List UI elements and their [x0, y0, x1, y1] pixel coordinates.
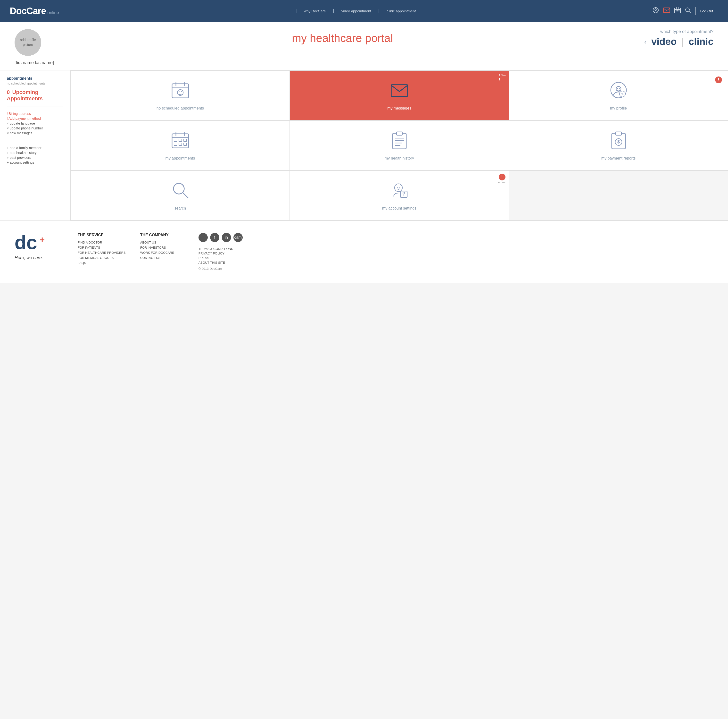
grid-cell-no-scheduled[interactable]: no scheduled appointments	[70, 71, 290, 120]
profile-picture[interactable]: add profile picture	[15, 29, 41, 56]
envelope-icon	[390, 80, 409, 102]
footer-about-us[interactable]: ABOUT US	[140, 241, 184, 244]
svg-rect-37	[396, 132, 402, 135]
search-header-icon[interactable]	[685, 7, 691, 15]
messages-badge: ! 1 New	[499, 74, 506, 77]
svg-text:$: $	[617, 140, 619, 144]
svg-point-50	[399, 187, 400, 188]
footer-investors[interactable]: FOR INVESTORS	[140, 246, 184, 249]
svg-rect-32	[184, 139, 187, 141]
profile-icon[interactable]	[653, 7, 659, 15]
svg-rect-26	[172, 134, 188, 148]
video-appt-button[interactable]: video	[651, 36, 676, 47]
account-settings[interactable]: account settings	[7, 161, 63, 164]
privacy-link[interactable]: PRIVACY POLICY	[199, 251, 247, 255]
search-big-icon	[171, 181, 190, 202]
add-health-history[interactable]: add health history	[7, 151, 63, 155]
grid-cell-payment[interactable]: $ my payment reports	[509, 120, 728, 170]
footer-service: THE SERVICE FIND A DOCTOR FOR PATIENTS F…	[78, 233, 126, 266]
svg-rect-30	[174, 139, 177, 141]
social-icons: T f in cam	[199, 233, 247, 242]
svg-rect-8	[677, 11, 678, 11]
account-badge-text: update	[498, 181, 506, 184]
grid-cell-search[interactable]: search	[70, 170, 290, 221]
svg-point-1	[655, 9, 657, 11]
footer-plus: +	[40, 235, 44, 245]
appointment-type-section: which type of appointment? ‹ video | cli…	[631, 29, 713, 47]
about-site-link[interactable]: ABOUT THIS SITE	[199, 261, 247, 264]
terms-link[interactable]: TERMS & CONDITIONS	[199, 247, 247, 251]
footer-faqs[interactable]: FAQS	[78, 261, 126, 265]
health-clipboard-icon	[390, 130, 409, 152]
sidebar-upcoming: 0 Upcoming Appointments	[7, 89, 63, 102]
page-title: my healthcare portal	[54, 32, 631, 45]
logo-online: online	[47, 10, 59, 15]
add-payment-link[interactable]: Add payment method	[7, 117, 63, 120]
hero-section: add profile picture [firstname lastname]…	[0, 22, 728, 71]
profile-section: add profile picture [firstname lastname]	[15, 29, 54, 65]
svg-point-49	[397, 187, 398, 188]
account-badge: ! update	[498, 173, 506, 184]
new-messages-item[interactable]: new messages	[7, 131, 63, 135]
nav-video-appointment[interactable]: video appointment	[341, 9, 371, 13]
messages-label: my messages	[387, 106, 411, 110]
instagram-icon[interactable]: cam	[234, 233, 243, 242]
grid-cell-messages[interactable]: ! 1 New my messages	[290, 71, 509, 120]
hero-title-section: my healthcare portal	[54, 29, 631, 45]
account-badge-icon: !	[499, 173, 505, 181]
messages-badge-icon: !	[496, 77, 503, 83]
twitter-icon[interactable]: T	[199, 233, 208, 242]
footer-company: THE COMPANY ABOUT US FOR INVESTORS WORK …	[140, 233, 184, 261]
update-language-item[interactable]: update language	[7, 121, 63, 125]
mail-icon[interactable]	[663, 8, 670, 14]
add-family-member[interactable]: add a family member	[7, 146, 63, 150]
footer-logo: dc + Here, we care.	[15, 233, 63, 260]
nav-why-doccare[interactable]: why DocCare	[304, 9, 326, 13]
facebook-icon[interactable]: f	[210, 233, 219, 242]
payment-label: my payment reports	[601, 156, 636, 161]
linkedin-icon[interactable]: in	[222, 233, 231, 242]
footer-for-patients[interactable]: FOR PATIENTS	[78, 246, 126, 249]
footer-for-medical[interactable]: FOR MEDICAL GROUPS	[78, 256, 126, 259]
header-icons: Log Out	[653, 7, 718, 15]
appointments-label: my appointments	[165, 156, 195, 161]
footer-work[interactable]: WORK FOR DOCCARE	[140, 251, 184, 254]
press-link[interactable]: PRESS	[199, 256, 247, 260]
account-icon	[390, 181, 409, 202]
grid-cell-appointments[interactable]: my appointments	[70, 120, 290, 170]
calendar-icon[interactable]	[674, 7, 681, 15]
billing-address-link[interactable]: Billing address	[7, 112, 63, 116]
sidebar: appointments no scheduled appointments 0…	[0, 71, 70, 221]
footer-for-healthcare[interactable]: FOR HEALTHCARE PROVIDERS	[78, 251, 126, 254]
svg-rect-12	[172, 84, 188, 98]
logout-button[interactable]: Log Out	[695, 7, 718, 15]
payment-icon: $	[609, 130, 628, 152]
appt-arrow-icon[interactable]: ‹	[644, 38, 647, 46]
svg-text:✎: ✎	[621, 92, 624, 96]
footer-contact[interactable]: CONTACT US	[140, 256, 184, 259]
grid-cell-account[interactable]: ! update my account settings	[290, 170, 509, 221]
footer: dc + Here, we care. THE SERVICE FIND A D…	[0, 221, 728, 283]
update-phone-item[interactable]: update phone number	[7, 126, 63, 130]
svg-rect-43	[616, 132, 621, 135]
footer-find-doctor[interactable]: FIND A DOCTOR	[78, 241, 126, 244]
svg-point-10	[685, 8, 690, 12]
upcoming-label[interactable]: Upcoming Appointments	[7, 89, 43, 101]
grid-cell-empty	[509, 170, 728, 221]
profile-label: my profile	[610, 106, 627, 110]
nav-clinic-appointment[interactable]: clinic appointment	[387, 9, 416, 13]
past-providers[interactable]: past providers	[7, 156, 63, 159]
sidebar-appt-title: appointments	[7, 76, 63, 81]
svg-point-18	[181, 91, 182, 92]
account-label: my account settings	[382, 206, 416, 210]
main-content: appointments no scheduled appointments 0…	[0, 71, 728, 221]
clinic-appt-button[interactable]: clinic	[689, 36, 713, 47]
footer-social: T f in cam TERMS & CONDITIONS PRIVACY PO…	[199, 233, 247, 270]
svg-rect-34	[179, 143, 182, 146]
footer-tagline: Here, we care.	[15, 255, 63, 260]
grid-cell-health[interactable]: my health history	[290, 120, 509, 170]
portal-grid: no scheduled appointments ! 1 New my mes…	[70, 71, 728, 221]
svg-rect-33	[174, 143, 177, 146]
grid-cell-profile[interactable]: ! ✎ my profile	[509, 71, 728, 120]
user-name: [firstname lastname]	[15, 60, 54, 65]
